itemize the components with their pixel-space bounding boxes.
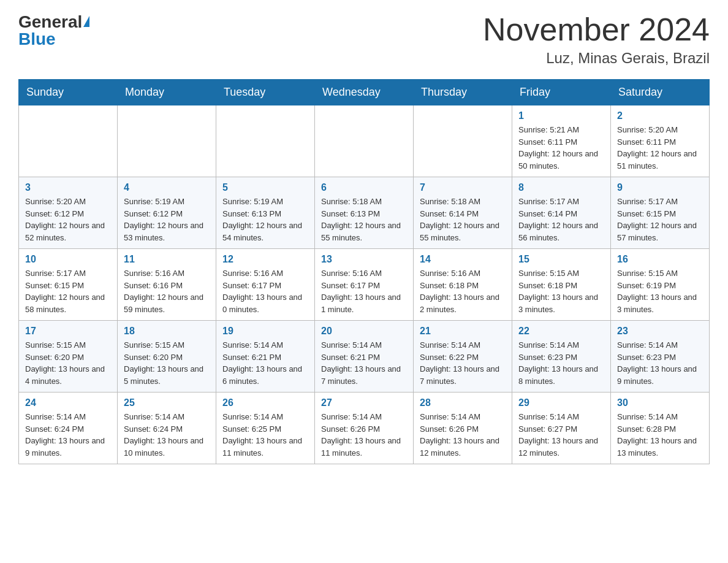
day-number: 21 bbox=[420, 326, 506, 337]
day-info: Sunrise: 5:15 AMSunset: 6:20 PMDaylight:… bbox=[25, 339, 111, 387]
day-number: 26 bbox=[222, 397, 308, 408]
day-info: Sunrise: 5:16 AMSunset: 6:17 PMDaylight:… bbox=[321, 267, 407, 315]
day-info: Sunrise: 5:18 AMSunset: 6:13 PMDaylight:… bbox=[321, 196, 407, 243]
day-info: Sunrise: 5:14 AMSunset: 6:27 PMDaylight:… bbox=[518, 411, 604, 459]
calendar-cell: 23Sunrise: 5:14 AMSunset: 6:23 PMDayligh… bbox=[611, 321, 710, 393]
calendar-cell: 21Sunrise: 5:14 AMSunset: 6:22 PMDayligh… bbox=[414, 321, 512, 393]
calendar-cell: 26Sunrise: 5:14 AMSunset: 6:25 PMDayligh… bbox=[216, 393, 315, 464]
calendar-cell bbox=[216, 105, 315, 177]
calendar-cell: 11Sunrise: 5:16 AMSunset: 6:16 PMDayligh… bbox=[118, 249, 216, 321]
logo-triangle-icon bbox=[83, 16, 89, 27]
day-number: 1 bbox=[518, 110, 604, 121]
day-number: 11 bbox=[124, 254, 210, 265]
calendar-cell: 28Sunrise: 5:14 AMSunset: 6:26 PMDayligh… bbox=[414, 393, 512, 464]
calendar-cell: 19Sunrise: 5:14 AMSunset: 6:21 PMDayligh… bbox=[216, 321, 315, 393]
day-of-week-header: Sunday bbox=[19, 80, 118, 105]
day-number: 5 bbox=[222, 182, 308, 193]
day-info: Sunrise: 5:14 AMSunset: 6:22 PMDaylight:… bbox=[420, 339, 506, 387]
day-info: Sunrise: 5:21 AMSunset: 6:11 PMDaylight:… bbox=[518, 124, 604, 172]
calendar-cell: 9Sunrise: 5:17 AMSunset: 6:15 PMDaylight… bbox=[611, 177, 710, 249]
day-info: Sunrise: 5:14 AMSunset: 6:23 PMDaylight:… bbox=[518, 339, 604, 387]
day-of-week-header: Thursday bbox=[414, 80, 512, 105]
day-number: 7 bbox=[420, 182, 506, 193]
calendar-cell: 7Sunrise: 5:18 AMSunset: 6:14 PMDaylight… bbox=[414, 177, 512, 249]
calendar-week-row: 24Sunrise: 5:14 AMSunset: 6:24 PMDayligh… bbox=[19, 393, 710, 464]
day-number: 16 bbox=[617, 254, 703, 265]
calendar-cell: 1Sunrise: 5:21 AMSunset: 6:11 PMDaylight… bbox=[512, 105, 611, 177]
calendar-header-row: SundayMondayTuesdayWednesdayThursdayFrid… bbox=[19, 80, 710, 105]
day-info: Sunrise: 5:14 AMSunset: 6:26 PMDaylight:… bbox=[321, 411, 407, 459]
calendar-cell: 16Sunrise: 5:15 AMSunset: 6:19 PMDayligh… bbox=[611, 249, 710, 321]
day-of-week-header: Saturday bbox=[611, 80, 710, 105]
month-title: November 2024 bbox=[483, 12, 710, 47]
day-info: Sunrise: 5:18 AMSunset: 6:14 PMDaylight:… bbox=[420, 196, 506, 243]
day-number: 19 bbox=[222, 326, 308, 337]
day-of-week-header: Wednesday bbox=[315, 80, 414, 105]
day-info: Sunrise: 5:14 AMSunset: 6:21 PMDaylight:… bbox=[222, 339, 308, 387]
day-number: 12 bbox=[222, 254, 308, 265]
title-area: November 2024 Luz, Minas Gerais, Brazil bbox=[483, 12, 710, 67]
day-info: Sunrise: 5:14 AMSunset: 6:24 PMDaylight:… bbox=[124, 411, 210, 459]
page-header: General Blue November 2024 Luz, Minas Ge… bbox=[18, 12, 710, 67]
calendar-cell: 17Sunrise: 5:15 AMSunset: 6:20 PMDayligh… bbox=[19, 321, 118, 393]
day-number: 30 bbox=[617, 397, 703, 408]
calendar-table: SundayMondayTuesdayWednesdayThursdayFrid… bbox=[18, 79, 710, 464]
day-info: Sunrise: 5:20 AMSunset: 6:11 PMDaylight:… bbox=[617, 124, 703, 172]
day-info: Sunrise: 5:16 AMSunset: 6:16 PMDaylight:… bbox=[124, 267, 210, 315]
calendar-cell: 13Sunrise: 5:16 AMSunset: 6:17 PMDayligh… bbox=[315, 249, 414, 321]
calendar-cell: 2Sunrise: 5:20 AMSunset: 6:11 PMDaylight… bbox=[611, 105, 710, 177]
day-info: Sunrise: 5:17 AMSunset: 6:15 PMDaylight:… bbox=[25, 267, 111, 315]
location-title: Luz, Minas Gerais, Brazil bbox=[483, 50, 710, 67]
day-info: Sunrise: 5:17 AMSunset: 6:15 PMDaylight:… bbox=[617, 196, 703, 243]
day-number: 15 bbox=[518, 254, 604, 265]
calendar-week-row: 10Sunrise: 5:17 AMSunset: 6:15 PMDayligh… bbox=[19, 249, 710, 321]
day-number: 20 bbox=[321, 326, 407, 337]
day-number: 13 bbox=[321, 254, 407, 265]
logo: General Blue bbox=[18, 12, 89, 49]
calendar-cell: 25Sunrise: 5:14 AMSunset: 6:24 PMDayligh… bbox=[118, 393, 216, 464]
calendar-cell: 3Sunrise: 5:20 AMSunset: 6:12 PMDaylight… bbox=[19, 177, 118, 249]
day-number: 29 bbox=[518, 397, 604, 408]
day-number: 9 bbox=[617, 182, 703, 193]
calendar-cell: 30Sunrise: 5:14 AMSunset: 6:28 PMDayligh… bbox=[611, 393, 710, 464]
day-info: Sunrise: 5:16 AMSunset: 6:18 PMDaylight:… bbox=[420, 267, 506, 315]
calendar-cell bbox=[118, 105, 216, 177]
calendar-cell: 14Sunrise: 5:16 AMSunset: 6:18 PMDayligh… bbox=[414, 249, 512, 321]
day-number: 4 bbox=[124, 182, 210, 193]
calendar-cell: 24Sunrise: 5:14 AMSunset: 6:24 PMDayligh… bbox=[19, 393, 118, 464]
calendar-cell: 15Sunrise: 5:15 AMSunset: 6:18 PMDayligh… bbox=[512, 249, 611, 321]
calendar-cell: 27Sunrise: 5:14 AMSunset: 6:26 PMDayligh… bbox=[315, 393, 414, 464]
day-number: 22 bbox=[518, 326, 604, 337]
calendar-week-row: 3Sunrise: 5:20 AMSunset: 6:12 PMDaylight… bbox=[19, 177, 710, 249]
day-info: Sunrise: 5:15 AMSunset: 6:19 PMDaylight:… bbox=[617, 267, 703, 315]
day-info: Sunrise: 5:19 AMSunset: 6:13 PMDaylight:… bbox=[222, 196, 308, 243]
day-number: 27 bbox=[321, 397, 407, 408]
day-number: 28 bbox=[420, 397, 506, 408]
calendar-cell: 5Sunrise: 5:19 AMSunset: 6:13 PMDaylight… bbox=[216, 177, 315, 249]
day-number: 23 bbox=[617, 326, 703, 337]
day-info: Sunrise: 5:14 AMSunset: 6:26 PMDaylight:… bbox=[420, 411, 506, 459]
logo-blue-text: Blue bbox=[18, 29, 56, 49]
day-info: Sunrise: 5:16 AMSunset: 6:17 PMDaylight:… bbox=[222, 267, 308, 315]
day-number: 3 bbox=[25, 182, 111, 193]
day-info: Sunrise: 5:14 AMSunset: 6:25 PMDaylight:… bbox=[222, 411, 308, 459]
day-info: Sunrise: 5:20 AMSunset: 6:12 PMDaylight:… bbox=[25, 196, 111, 243]
day-number: 2 bbox=[617, 110, 703, 121]
calendar-cell: 6Sunrise: 5:18 AMSunset: 6:13 PMDaylight… bbox=[315, 177, 414, 249]
day-of-week-header: Tuesday bbox=[216, 80, 315, 105]
calendar-week-row: 1Sunrise: 5:21 AMSunset: 6:11 PMDaylight… bbox=[19, 105, 710, 177]
day-info: Sunrise: 5:17 AMSunset: 6:14 PMDaylight:… bbox=[518, 196, 604, 243]
calendar-week-row: 17Sunrise: 5:15 AMSunset: 6:20 PMDayligh… bbox=[19, 321, 710, 393]
calendar-cell: 22Sunrise: 5:14 AMSunset: 6:23 PMDayligh… bbox=[512, 321, 611, 393]
calendar-cell bbox=[19, 105, 118, 177]
calendar-cell: 12Sunrise: 5:16 AMSunset: 6:17 PMDayligh… bbox=[216, 249, 315, 321]
day-number: 18 bbox=[124, 326, 210, 337]
calendar-cell: 10Sunrise: 5:17 AMSunset: 6:15 PMDayligh… bbox=[19, 249, 118, 321]
calendar-cell bbox=[414, 105, 512, 177]
calendar-cell: 8Sunrise: 5:17 AMSunset: 6:14 PMDaylight… bbox=[512, 177, 611, 249]
calendar-cell: 4Sunrise: 5:19 AMSunset: 6:12 PMDaylight… bbox=[118, 177, 216, 249]
day-number: 14 bbox=[420, 254, 506, 265]
day-of-week-header: Friday bbox=[512, 80, 611, 105]
calendar-cell: 20Sunrise: 5:14 AMSunset: 6:21 PMDayligh… bbox=[315, 321, 414, 393]
day-number: 25 bbox=[124, 397, 210, 408]
